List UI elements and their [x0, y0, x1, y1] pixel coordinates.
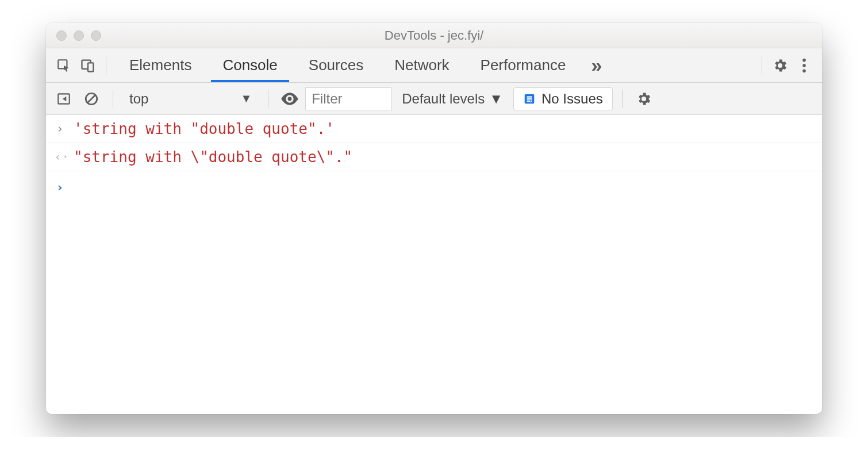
tab-performance[interactable]: Performance [467, 48, 580, 82]
tab-sources[interactable]: Sources [295, 48, 377, 82]
separator [268, 90, 268, 108]
devtools-window: DevTools - jec.fyi/ Elements Console Sou… [46, 23, 822, 414]
traffic-lights [46, 30, 101, 41]
filter-input[interactable] [305, 87, 391, 110]
console-result: ‹· "string with \"double quote\"." [46, 143, 822, 171]
live-expression-icon[interactable] [278, 87, 302, 111]
tab-network[interactable]: Network [381, 48, 463, 82]
tab-console[interactable]: Console [209, 48, 291, 82]
clear-console-icon[interactable] [79, 87, 103, 111]
console-settings-gear-icon[interactable] [632, 87, 656, 111]
input-marker-icon: › [54, 117, 66, 140]
console-output-text: "string with \"double quote\"." [74, 145, 352, 168]
levels-label: Default levels [402, 91, 485, 107]
window-title: DevTools - jec.fyi/ [46, 28, 822, 43]
settings-gear-icon[interactable] [768, 53, 792, 78]
svg-point-9 [288, 97, 292, 101]
svg-line-8 [88, 95, 95, 102]
svg-rect-11 [527, 96, 532, 97]
tab-elements[interactable]: Elements [116, 48, 205, 82]
separator [622, 90, 623, 108]
chevron-down-icon: ▼ [489, 91, 503, 107]
more-tabs-button[interactable]: » [583, 48, 610, 82]
chevron-down-icon: ▼ [240, 92, 252, 105]
device-toolbar-icon[interactable] [76, 53, 100, 78]
execution-context-select[interactable]: top ▼ [122, 91, 259, 107]
separator [113, 90, 113, 108]
inspect-element-icon[interactable] [52, 53, 76, 78]
devtools-tabstrip: Elements Console Sources Network Perform… [46, 48, 822, 83]
close-window-button[interactable] [56, 30, 67, 41]
console-input-echo: › 'string with "double quote".' [46, 115, 822, 143]
svg-rect-2 [88, 63, 93, 71]
issues-icon [523, 93, 536, 105]
separator [106, 56, 106, 75]
separator [762, 56, 762, 75]
issues-label: No Issues [541, 91, 603, 107]
sidebar-toggle-icon[interactable] [52, 87, 76, 111]
titlebar: DevTools - jec.fyi/ [46, 23, 822, 48]
context-label: top [129, 91, 148, 107]
minimize-window-button[interactable] [74, 30, 84, 41]
issues-button[interactable]: No Issues [513, 87, 613, 110]
console-output: › 'string with "double quote".' ‹· "stri… [46, 115, 822, 414]
svg-point-5 [802, 69, 806, 72]
log-levels-select[interactable]: Default levels ▼ [395, 91, 510, 107]
svg-rect-12 [527, 98, 532, 99]
console-input-text: 'string with "double quote".' [74, 117, 335, 140]
svg-point-3 [802, 58, 806, 62]
panel-tabs: Elements Console Sources Network Perform… [116, 48, 610, 82]
console-toolbar: top ▼ Default levels ▼ No Issues [46, 83, 822, 115]
prompt-marker-icon: › [54, 176, 66, 199]
svg-point-4 [802, 64, 806, 67]
zoom-window-button[interactable] [91, 30, 101, 41]
output-marker-icon: ‹· [54, 145, 66, 168]
console-prompt[interactable]: › [46, 171, 822, 201]
kebab-menu-icon[interactable] [792, 53, 816, 78]
